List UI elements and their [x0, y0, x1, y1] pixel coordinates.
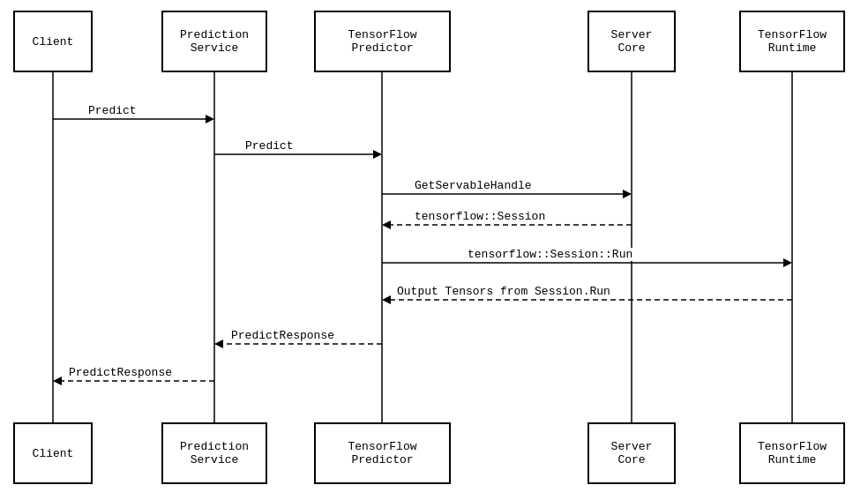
arrow-label-session-run: tensorflow::Session::Run — [468, 248, 632, 261]
svg-marker-12 — [382, 220, 391, 229]
svg-marker-10 — [623, 190, 632, 198]
svg-marker-16 — [382, 295, 391, 304]
sequence-diagram: ClientPrediction ServiceTensorFlow Predi… — [0, 0, 868, 500]
svg-marker-18 — [214, 340, 223, 348]
svg-marker-20 — [53, 377, 62, 385]
svg-marker-6 — [206, 115, 214, 123]
arrow-label-output-tensors: Output Tensors from Session.Run — [397, 285, 610, 298]
arrow-label-predict-response1: PredictResponse — [231, 329, 334, 342]
actor-bottom-prediction-service-bottom: Prediction Service — [161, 422, 267, 484]
actor-bottom-client-bottom: Client — [13, 422, 93, 484]
actor-prediction-service: Prediction Service — [161, 11, 267, 72]
actor-client: Client — [13, 11, 93, 72]
actor-bottom-server-core-bottom: Server Core — [587, 422, 676, 484]
svg-marker-14 — [783, 258, 792, 267]
actor-server-core: Server Core — [587, 11, 676, 72]
actor-bottom-tensorflow-runtime-bottom: TensorFlow Runtime — [739, 422, 845, 484]
actor-tensorflow-runtime: TensorFlow Runtime — [739, 11, 845, 72]
arrow-label-predict2: Predict — [245, 139, 294, 153]
svg-marker-8 — [373, 150, 382, 159]
arrow-label-getservable: GetServableHandle — [415, 179, 532, 192]
arrow-label-predict-response2: PredictResponse — [69, 366, 172, 379]
actor-bottom-tensorflow-predictor-bottom: TensorFlow Predictor — [314, 422, 451, 484]
arrow-label-session-return: tensorflow::Session — [415, 210, 545, 223]
arrow-label-predict1: Predict — [88, 104, 137, 117]
actor-tensorflow-predictor: TensorFlow Predictor — [314, 11, 451, 72]
